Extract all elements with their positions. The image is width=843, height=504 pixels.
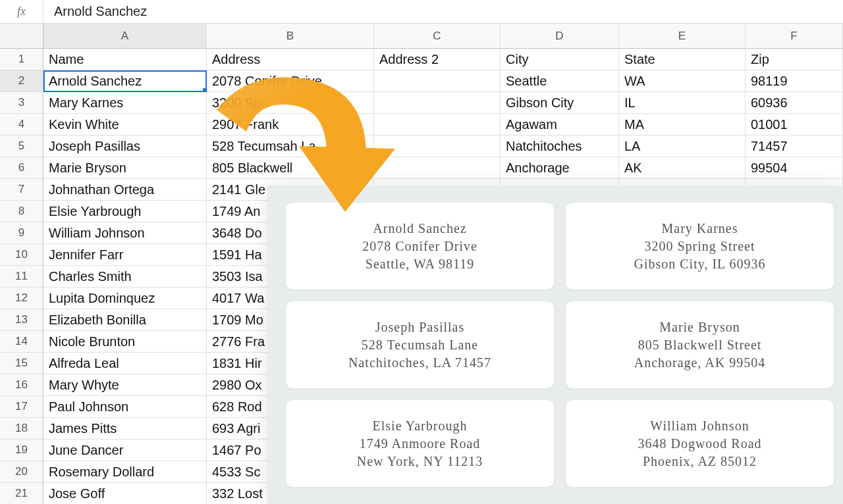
cell[interactable]: Kevin White xyxy=(43,114,207,136)
cell[interactable]: 98119 xyxy=(746,70,843,92)
cell[interactable]: Elsie Yarbrough xyxy=(43,201,207,222)
cell[interactable]: June Dancer xyxy=(43,440,207,461)
cell[interactable]: 60936 xyxy=(746,92,843,114)
row-header[interactable]: 15 xyxy=(0,353,43,374)
cell[interactable] xyxy=(374,70,501,92)
label-name: Elsie Yarbrough xyxy=(373,417,468,435)
cell[interactable]: 2907 Frank xyxy=(207,114,374,136)
row-header[interactable]: 12 xyxy=(0,288,43,309)
cell[interactable]: Paul Johnson xyxy=(43,396,207,418)
cell[interactable]: Rosemary Dollard xyxy=(43,461,207,483)
label-address: 2078 Conifer Drive xyxy=(362,238,477,255)
row-header[interactable]: 20 xyxy=(0,461,43,483)
row-header[interactable]: 3 xyxy=(0,92,43,114)
row-header[interactable]: 6 xyxy=(0,157,43,179)
cell[interactable]: AK xyxy=(619,157,746,179)
cell[interactable]: LA xyxy=(619,136,746,157)
col-header-D[interactable]: D xyxy=(501,24,619,49)
cell[interactable]: Joseph Pasillas xyxy=(43,136,207,157)
cell[interactable]: Marie Bryson xyxy=(43,157,207,179)
cell[interactable]: 805 Blackwell xyxy=(207,157,374,179)
row-header[interactable]: 5 xyxy=(0,136,43,157)
row-header[interactable]: 17 xyxy=(0,396,43,418)
label-address: 805 Blackwell Street xyxy=(638,336,762,354)
label-city-state-zip: Anchorage, AK 99504 xyxy=(634,354,766,372)
cell[interactable]: City xyxy=(501,49,619,70)
labels-preview-panel: Arnold Sanchez2078 Conifer DriveSeattle,… xyxy=(267,186,843,504)
cell[interactable]: Address xyxy=(207,49,374,70)
row-header[interactable]: 19 xyxy=(0,440,43,461)
cell[interactable]: Johnathan Ortega xyxy=(43,179,207,201)
address-label-card: Arnold Sanchez2078 Conifer DriveSeattle,… xyxy=(286,203,554,290)
cell[interactable]: IL xyxy=(619,92,746,114)
label-name: Arnold Sanchez xyxy=(373,220,466,238)
cell[interactable]: Address 2 xyxy=(374,49,501,70)
col-header-B[interactable]: B xyxy=(207,24,374,49)
row-header[interactable]: 1 xyxy=(0,49,43,70)
cell[interactable]: Jennifer Farr xyxy=(43,244,207,266)
row-header[interactable]: 21 xyxy=(0,483,43,504)
label-name: Joseph Pasillas xyxy=(375,318,465,336)
row-header[interactable]: 10 xyxy=(0,244,43,266)
row-header[interactable]: 4 xyxy=(0,114,43,136)
cell[interactable]: Mary Whyte xyxy=(43,374,207,396)
cell[interactable]: 2078 Conifer Drive xyxy=(207,70,374,92)
cell[interactable]: Mary Karnes xyxy=(43,92,207,114)
labels-grid: Arnold Sanchez2078 Conifer DriveSeattle,… xyxy=(286,203,834,487)
col-header-C[interactable]: C xyxy=(374,24,501,49)
label-name: Mary Karnes xyxy=(662,220,738,238)
label-city-state-zip: Seattle, WA 98119 xyxy=(366,255,474,273)
cell[interactable]: Natchitoches xyxy=(501,136,619,157)
cell[interactable]: Arnold Sanchez xyxy=(43,70,207,92)
cell[interactable]: Nicole Brunton xyxy=(43,331,207,353)
cell[interactable]: 71457 xyxy=(746,136,843,157)
label-address: 528 Tecumsah Lane xyxy=(362,336,478,354)
cell[interactable]: William Johnson xyxy=(43,222,207,244)
cell[interactable]: WA xyxy=(619,70,746,92)
row-header[interactable]: 9 xyxy=(0,222,43,244)
label-address: 1749 Anmoore Road xyxy=(360,435,481,453)
cell[interactable]: MA xyxy=(619,114,746,136)
col-header-E[interactable]: E xyxy=(619,24,746,49)
cell[interactable]: Alfreda Leal xyxy=(43,353,207,374)
cell[interactable]: Lupita Dominquez xyxy=(43,288,207,309)
formula-input[interactable] xyxy=(43,0,843,23)
row-header[interactable]: 18 xyxy=(0,418,43,440)
row-header[interactable]: 8 xyxy=(0,201,43,222)
cell[interactable]: 99504 xyxy=(746,157,843,179)
cell[interactable]: Seattle xyxy=(501,70,619,92)
row-header[interactable]: 13 xyxy=(0,309,43,331)
fx-icon[interactable]: fx xyxy=(0,0,43,23)
label-city-state-zip: New York, NY 11213 xyxy=(357,453,483,470)
col-header-A[interactable]: A xyxy=(43,24,207,49)
cell[interactable]: Zip xyxy=(746,49,843,70)
cell[interactable] xyxy=(374,136,501,157)
address-label-card: Mary Karnes3200 Spring StreetGibson City… xyxy=(566,203,834,290)
cell[interactable] xyxy=(374,157,501,179)
cell[interactable]: 3200 Sp xyxy=(207,92,374,114)
row-header[interactable]: 11 xyxy=(0,266,43,288)
row-header[interactable]: 14 xyxy=(0,331,43,353)
select-all-corner[interactable] xyxy=(0,24,43,49)
label-address: 3200 Spring Street xyxy=(645,238,755,255)
cell[interactable]: Elizabeth Bonilla xyxy=(43,309,207,331)
address-label-card: Joseph Pasillas528 Tecumsah LaneNatchito… xyxy=(286,301,554,388)
cell[interactable]: 01001 xyxy=(746,114,843,136)
cell[interactable]: State xyxy=(619,49,746,70)
label-city-state-zip: Natchitoches, LA 71457 xyxy=(348,354,491,372)
cell[interactable] xyxy=(374,114,501,136)
cell[interactable]: Name xyxy=(43,49,207,70)
cell[interactable]: Gibson City xyxy=(501,92,619,114)
cell[interactable]: 528 Tecumsah La xyxy=(207,136,374,157)
cell[interactable]: Charles Smith xyxy=(43,266,207,288)
row-header[interactable]: 7 xyxy=(0,179,43,201)
label-address: 3648 Dogwood Road xyxy=(638,435,761,453)
cell[interactable] xyxy=(374,92,501,114)
cell[interactable]: Agawam xyxy=(501,114,619,136)
cell[interactable]: Jose Goff xyxy=(43,483,207,504)
col-header-F[interactable]: F xyxy=(746,24,843,49)
row-header[interactable]: 2 xyxy=(0,70,43,92)
cell[interactable]: James Pitts xyxy=(43,418,207,440)
cell[interactable]: Anchorage xyxy=(501,157,619,179)
row-header[interactable]: 16 xyxy=(0,374,43,396)
